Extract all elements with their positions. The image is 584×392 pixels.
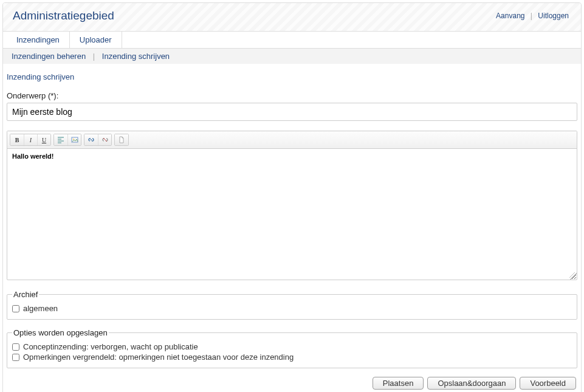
tool-group-link [84,134,112,146]
subtab-manage[interactable]: Inzendingen beheren [12,52,86,61]
archive-fieldset: Archief algemeen [7,290,577,320]
archive-category-label: algemeen [23,304,58,313]
archive-category-row: algemeen [12,304,572,313]
page-title: Administratiegebied [13,9,114,22]
italic-button[interactable]: I [24,134,37,145]
separator: | [93,52,95,61]
tab-uploader[interactable]: Uploader [70,32,122,48]
option-comments-label: Opmerkingen vergrendeld: opmerkingen nie… [23,352,294,362]
options-fieldset: Opties worden opgeslagen Conceptinzendin… [7,328,577,368]
start-link[interactable]: Aanvang [496,12,524,20]
link-button[interactable] [84,134,98,145]
content-area: Inzending schrijven Onderwerp (*): B I U [3,64,581,392]
option-draft-checkbox[interactable] [12,343,19,351]
underline-button[interactable]: U [37,134,50,145]
option-draft-label: Conceptinzending: verborgen, wacht op pu… [23,342,198,351]
button-row: Plaatsen Opslaan&doorgaan Voorbeeld [7,377,577,392]
preview-button[interactable]: Voorbeeld [520,377,576,390]
option-comments-checkbox[interactable] [12,354,19,361]
publish-button[interactable]: Plaatsen [373,377,424,390]
tabs: Inzendingen Uploader [3,32,581,49]
logout-link[interactable]: Uitloggen [538,12,569,20]
image-button[interactable] [67,134,81,145]
subtabs: Inzendingen beheren | Inzending schrijve… [3,49,581,64]
editor-content: Hallo wereld! [12,153,53,160]
page-heading: Inzending schrijven [7,72,577,81]
subtab-write[interactable]: Inzending schrijven [102,52,170,61]
option-draft-row: Conceptinzending: verborgen, wacht op pu… [12,342,572,351]
align-left-button[interactable] [54,134,67,145]
options-legend: Opties worden opgeslagen [12,328,109,337]
resize-handle[interactable] [569,272,577,280]
header-links: Aanvang | Uitloggen [493,12,571,20]
editor: B I U [7,131,577,280]
admin-container: Administratiegebied Aanvang | Uitloggen … [2,2,582,392]
archive-legend: Archief [12,290,39,299]
subject-input[interactable] [7,103,577,121]
archive-category-checkbox[interactable] [12,305,19,312]
tab-submissions[interactable]: Inzendingen [7,32,70,48]
subject-label: Onderwerp (*): [7,91,577,100]
editor-toolbar: B I U [7,131,577,149]
editor-body[interactable]: Hallo wereld! [7,149,577,280]
save-continue-button[interactable]: Opslaan&doorgaan [427,377,516,390]
document-button[interactable] [115,134,128,145]
tool-group-align [53,134,81,146]
tool-group-doc [114,134,129,146]
bold-button[interactable]: B [10,134,24,145]
header: Administratiegebied Aanvang | Uitloggen [3,3,581,32]
option-comments-row: Opmerkingen vergrendeld: opmerkingen nie… [12,352,572,362]
separator: | [531,12,532,20]
tool-group-format: B I U [10,134,51,146]
unlink-button[interactable] [98,134,111,145]
